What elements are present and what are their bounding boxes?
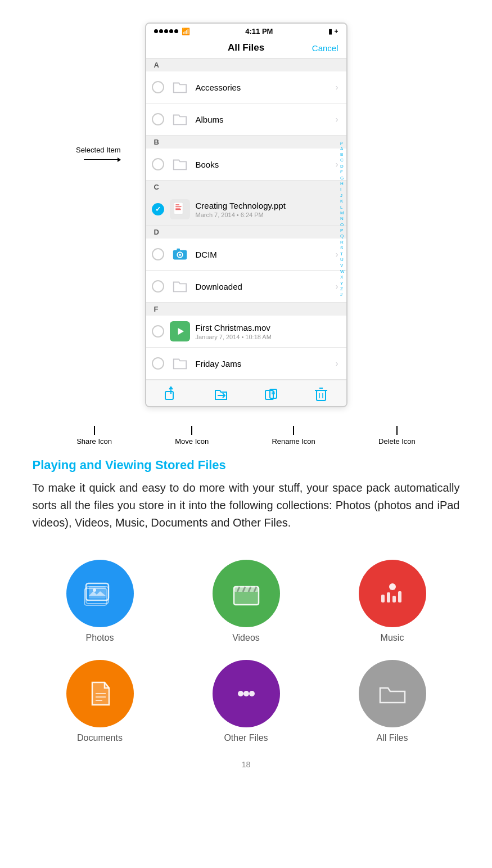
- svg-rect-2: [175, 206, 182, 207]
- icon-label-other-files: Other Files: [224, 733, 268, 743]
- svg-rect-4: [175, 209, 181, 210]
- move-icon-label: Move Icon: [175, 437, 209, 446]
- list-item[interactable]: DCIM ›: [146, 239, 346, 271]
- file-info: Friday Jams: [196, 359, 332, 368]
- svg-rect-37: [387, 592, 390, 602]
- alpha-w[interactable]: W: [340, 269, 345, 275]
- chevron-right-icon: ›: [336, 115, 338, 124]
- alpha-h[interactable]: H: [340, 181, 345, 187]
- alpha-l[interactable]: L: [340, 205, 345, 210]
- alpha-f[interactable]: F: [340, 169, 345, 175]
- documents-icon-circle: [66, 660, 134, 727]
- ppt-icon: [170, 199, 190, 219]
- alpha-q[interactable]: Q: [340, 233, 345, 239]
- section-header-d: D: [146, 226, 346, 239]
- alpha-t[interactable]: T: [340, 251, 345, 257]
- share-button[interactable]: [163, 386, 179, 402]
- file-info: Albums: [196, 115, 332, 124]
- folder-icon: [170, 353, 190, 374]
- file-date: March 7, 2014 • 6:24 PM: [196, 212, 338, 218]
- alpha-k[interactable]: K: [340, 199, 345, 204]
- alpha-v[interactable]: V: [340, 263, 345, 268]
- alpha-p[interactable]: P: [340, 228, 345, 233]
- icon-item-all-files: All Files: [325, 660, 460, 743]
- section-header-f: F: [146, 303, 346, 316]
- svg-rect-39: [398, 591, 401, 602]
- section-header-c: C: [146, 181, 346, 194]
- list-item[interactable]: Friday Jams ›: [146, 348, 346, 380]
- chevron-right-icon: ›: [336, 282, 338, 291]
- list-item[interactable]: Accessories ›: [146, 71, 346, 104]
- alpha-o[interactable]: O: [340, 222, 345, 228]
- radio-first-christmas[interactable]: [152, 325, 164, 338]
- folder-icon: [170, 77, 190, 97]
- move-button[interactable]: [213, 386, 229, 402]
- alpha-n[interactable]: N: [340, 216, 345, 222]
- dcim-icon: [170, 244, 190, 264]
- file-date: January 7, 2014 • 10:18 AM: [196, 334, 338, 340]
- all-files-icon-circle: [359, 660, 426, 727]
- alpha-rho[interactable]: ρ: [340, 140, 345, 146]
- alpha-d[interactable]: D: [340, 164, 345, 169]
- cancel-button[interactable]: Cancel: [312, 43, 338, 53]
- other-files-icon-circle: [213, 660, 280, 727]
- radio-books[interactable]: [152, 158, 164, 170]
- alpha-y[interactable]: Y: [340, 281, 345, 286]
- list-item[interactable]: Creating Technology.ppt March 7, 2014 • …: [146, 194, 346, 226]
- music-icon-circle: [359, 560, 426, 627]
- alpha-hash[interactable]: #: [340, 292, 345, 298]
- svg-point-35: [389, 583, 396, 590]
- icons-grid: Photos Videos: [16, 560, 477, 743]
- radio-downloaded[interactable]: [152, 280, 164, 293]
- nav-bar: All Files Cancel: [146, 38, 346, 59]
- icon-item-videos: Videos: [179, 560, 314, 643]
- selected-item-label: Selected Item: [76, 145, 121, 155]
- text-section: Playing and Viewing Stored Files To make…: [16, 452, 477, 543]
- delete-button[interactable]: [313, 386, 329, 402]
- alpha-c[interactable]: C: [340, 158, 345, 163]
- radio-dcim[interactable]: [152, 248, 164, 260]
- file-info: First Christmas.mov January 7, 2014 • 10…: [196, 323, 338, 340]
- list-item[interactable]: Albums ›: [146, 104, 346, 136]
- alpha-u[interactable]: U: [340, 257, 345, 263]
- alpha-b[interactable]: B: [340, 152, 345, 158]
- icon-label-music: Music: [381, 633, 404, 643]
- alpha-j[interactable]: J: [340, 193, 345, 199]
- file-name: Albums: [196, 115, 332, 124]
- alpha-z[interactable]: Z: [340, 286, 345, 292]
- alpha-a[interactable]: A: [340, 146, 345, 152]
- chevron-right-icon: ›: [336, 250, 338, 259]
- file-name: DCIM: [196, 250, 332, 259]
- radio-friday-jams[interactable]: [152, 357, 164, 370]
- alpha-r[interactable]: R: [340, 240, 345, 245]
- phone-frame: 📶 4:11 PM ▮ + All Files Cancel ρ A B C D: [145, 23, 347, 407]
- radio-albums[interactable]: [152, 113, 164, 125]
- svg-point-45: [249, 691, 255, 696]
- alpha-g[interactable]: G: [340, 176, 345, 181]
- file-name: Creating Technology.ppt: [196, 201, 338, 210]
- alpha-s[interactable]: S: [340, 245, 345, 251]
- svg-point-44: [243, 691, 249, 696]
- icon-item-photos: Photos: [33, 560, 168, 643]
- svg-rect-11: [165, 392, 173, 399]
- list-item[interactable]: Books ›: [146, 149, 346, 181]
- share-icon-label: Share Icon: [76, 437, 112, 446]
- alpha-index[interactable]: ρ A B C D F G H I J K L M N O P Q: [338, 59, 346, 380]
- alpha-x[interactable]: X: [340, 275, 345, 280]
- section-header-b: B: [146, 136, 346, 149]
- status-bar: 📶 4:11 PM ▮ +: [146, 24, 346, 38]
- alpha-i[interactable]: I: [340, 187, 345, 192]
- chevron-right-icon: ›: [336, 160, 338, 169]
- radio-creating-tech[interactable]: [152, 203, 164, 215]
- radio-accessories[interactable]: [152, 81, 164, 93]
- toolbar: [146, 380, 346, 406]
- folder-icon: [170, 109, 190, 129]
- rename-button[interactable]: [263, 386, 279, 402]
- svg-point-43: [238, 691, 243, 696]
- file-name: Accessories: [196, 83, 332, 92]
- list-item[interactable]: First Christmas.mov January 7, 2014 • 10…: [146, 316, 346, 348]
- list-item[interactable]: Downloaded ›: [146, 271, 346, 303]
- alpha-m[interactable]: M: [340, 210, 345, 216]
- signal-dot-1: [154, 29, 158, 33]
- file-name: Friday Jams: [196, 359, 332, 368]
